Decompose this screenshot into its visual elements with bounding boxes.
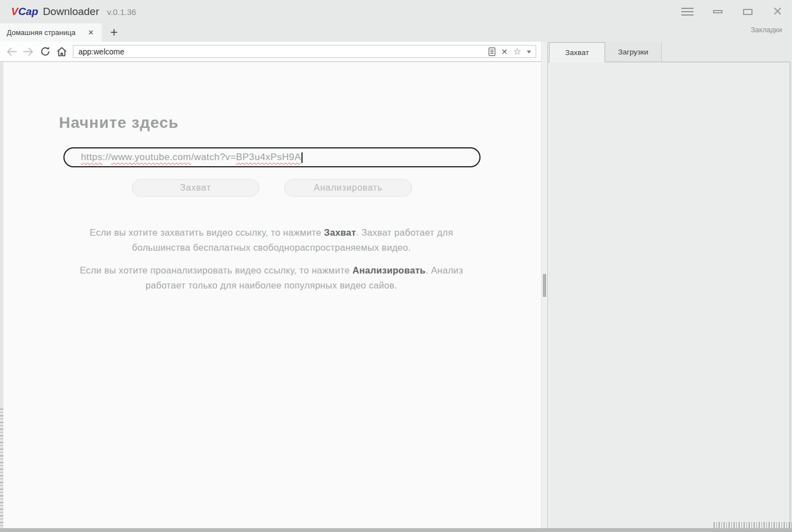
instruction-text: Если вы хотите проанализировать видео сс… [80, 265, 352, 275]
close-button[interactable]: ✕ [770, 4, 785, 19]
logo-cap: Cap [18, 6, 38, 17]
menu-button[interactable] [680, 4, 695, 19]
analyze-button[interactable]: Анализировать [284, 179, 412, 197]
text-cursor [301, 152, 303, 163]
url-segment: www.youtube.com [111, 152, 191, 162]
analyze-instructions: Если вы хотите проанализировать видео сс… [63, 263, 479, 293]
back-arrow-icon [6, 46, 18, 58]
address-bar-icons: ✕ ☆ [488, 47, 531, 56]
bottom-watermark-marks [714, 522, 792, 528]
instruction-bold-text: Захват [324, 227, 357, 237]
app-logo: VCap Downloader v.0.1.36 [11, 6, 136, 18]
hamburger-icon [681, 6, 694, 18]
page-title: Начните здесь [59, 114, 179, 132]
bottom-edge-strip [0, 528, 792, 532]
app-version: v.0.1.36 [107, 7, 136, 17]
forward-arrow-icon [22, 46, 34, 58]
address-url-text[interactable]: app:welcome [78, 47, 488, 56]
url-segment: BP3u4xPsH9A [236, 152, 301, 162]
back-button[interactable] [3, 43, 20, 60]
bookmark-star-icon[interactable]: ☆ [513, 47, 521, 56]
tab-close-icon[interactable]: ✕ [86, 27, 96, 38]
left-watermark-marks [0, 409, 3, 528]
browser-tab-home[interactable]: Домашняя страница ✕ [0, 23, 102, 42]
new-tab-button[interactable]: + [106, 24, 122, 41]
url-segment: https [81, 152, 103, 162]
video-url-input[interactable]: https://www.youtube.com/watch?v=BP3u4xPs… [63, 147, 481, 167]
product-name: Downloader [43, 6, 99, 17]
side-tab-capture[interactable]: Захват [549, 42, 605, 62]
forward-button[interactable] [20, 43, 37, 60]
instruction-bold-text: Анализировать [353, 265, 425, 275]
home-icon [56, 46, 68, 58]
minimize-icon [713, 10, 722, 13]
clear-url-icon[interactable]: ✕ [501, 48, 508, 56]
address-bar[interactable]: app:welcome ✕ ☆ [73, 45, 536, 58]
scrollbar-thumb[interactable] [543, 274, 546, 297]
maximize-icon [743, 9, 753, 15]
title-bar: VCap Downloader v.0.1.36 ✕ [0, 0, 792, 23]
maximize-button[interactable] [740, 4, 755, 19]
tab-title: Домашняя страница [7, 28, 86, 37]
home-button[interactable] [53, 43, 70, 60]
instruction-text: Если вы хотите захватить видео ссылку, т… [90, 227, 324, 237]
url-dropdown-icon[interactable] [527, 51, 531, 53]
plus-icon: + [110, 25, 117, 40]
bookmarks-menu[interactable]: Закладки [751, 26, 782, 34]
window-controls: ✕ [680, 4, 785, 19]
side-tab-downloads[interactable]: Загрузки [605, 42, 662, 62]
capture-button[interactable]: Захват [132, 179, 259, 197]
logo-v: V [11, 6, 18, 17]
page-content [3, 62, 541, 528]
navigation-bar: app:welcome ✕ ☆ [0, 42, 542, 62]
reload-icon [39, 46, 51, 57]
url-segment: :// [102, 152, 111, 162]
capture-instructions: Если вы хотите захватить видео ссылку, т… [63, 225, 479, 255]
close-icon: ✕ [773, 6, 783, 18]
tab-strip: Домашняя страница ✕ + Закладки [0, 23, 792, 42]
url-segment: /watch?v= [191, 152, 236, 162]
reading-list-icon[interactable] [488, 47, 496, 56]
minimize-button[interactable] [710, 4, 725, 19]
side-panel-body [548, 62, 790, 528]
reload-button[interactable] [37, 43, 53, 60]
